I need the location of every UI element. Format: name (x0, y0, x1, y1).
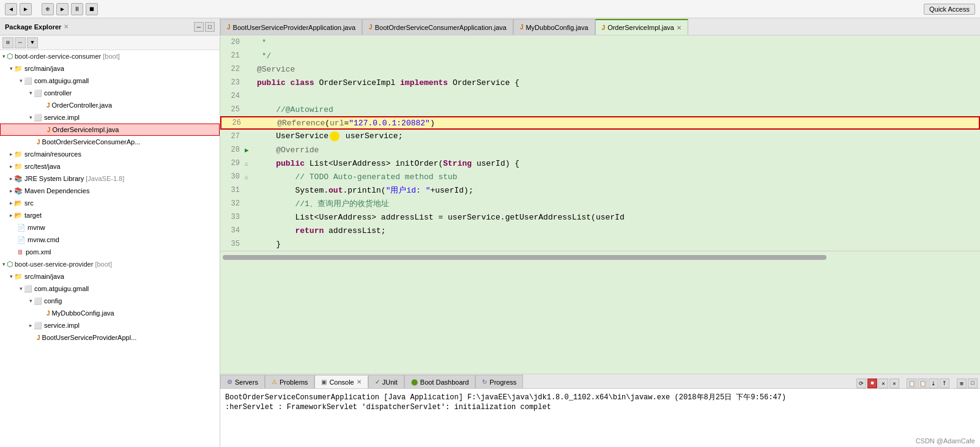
tree-item-label: config (44, 297, 62, 305)
code-line-20: 20 * (220, 35, 980, 49)
toolbar-btn-3[interactable]: ⏸ (71, 3, 83, 15)
line-content: } (254, 240, 980, 249)
tab-my-dubbo-config[interactable]: J MyDubboConfig.java (513, 19, 595, 35)
tab-console[interactable]: ▣ Console ✕ (314, 375, 368, 388)
view-menu-icon[interactable]: ▼ (27, 37, 38, 48)
console-tool-8[interactable]: ⤒ (940, 379, 949, 388)
toolbar-btn-2[interactable]: ▶ (56, 3, 69, 15)
maximize-icon[interactable]: □ (205, 22, 215, 32)
tree-item-mvnw[interactable]: 📄 mvnw (0, 221, 220, 234)
console-close-icon[interactable]: ✕ (357, 379, 362, 385)
tab-label: Boot Dashboard (420, 379, 469, 386)
tree-item-service-impl[interactable]: ▾ ⬜ service.impl (0, 111, 220, 124)
right-panel: J BootUserServiceProviderApplication.jav… (220, 18, 980, 447)
toolbar-btn-1[interactable]: ⊕ (42, 3, 54, 15)
expand-arrow: ▾ (20, 286, 23, 292)
package-icon: ⬜ (34, 89, 42, 97)
tree-item-boot-user-provider[interactable]: ▾ ⬡ boot-user-service-provider [boot] (0, 258, 220, 270)
tab-boot-user-provider-app[interactable]: J BootUserServiceProviderApplication.jav… (220, 19, 362, 35)
java-tab-icon: J (369, 24, 373, 31)
console-content: BootOrderServiceConsumerApplication [Jav… (220, 389, 980, 447)
package-explorer-header: Package Explorer ✕ ─ □ (0, 18, 220, 35)
scroll-area (220, 251, 980, 263)
tree-item-pom[interactable]: 🗎 pom.xml (0, 246, 220, 258)
line-content: @Reference(url="127.0.0.1:20882") (256, 119, 979, 128)
expand-arrow: ▾ (10, 65, 13, 72)
toolbar-fwd[interactable]: ▶ (20, 3, 32, 15)
tree-item-service-impl-provider[interactable]: ▸ ⬜ service.impl (0, 319, 220, 331)
console-tool-5[interactable]: 📋 (907, 379, 916, 388)
tab-servers[interactable]: ⚙ Servers (220, 375, 265, 388)
tab-problems[interactable]: ⚠ Problems (265, 375, 314, 388)
tree-item-my-dubbo-config[interactable]: J MyDubboConfig.java (0, 307, 220, 319)
link-with-editor-icon[interactable]: ↔ (15, 37, 26, 48)
tree-item-order-controller[interactable]: J OrderController.java (0, 99, 220, 111)
tree-item-src-main-java-consumer[interactable]: ▾ 📁 src/main/java (0, 62, 220, 75)
main-layout: Package Explorer ✕ ─ □ ⊟ ↔ ▼ ▾ ⬡ boot-or… (0, 18, 980, 447)
tree-item-src-main-resources[interactable]: ▸ 📁 src/main/resources (0, 148, 220, 160)
console-tool-1[interactable]: ⟳ (856, 379, 866, 388)
tree-item-target[interactable]: ▸ 📂 target (0, 209, 220, 221)
toolbar-btn-4[interactable]: ⏹ (86, 3, 98, 15)
stop-btn[interactable]: ■ (867, 379, 877, 388)
tree-item-boot-user-provider-app[interactable]: J BootUserServiceProviderAppl... (0, 331, 220, 344)
tab-label: BootOrderServiceConsumerApplication.java (375, 24, 507, 31)
console-tool-4[interactable]: ✕ (889, 379, 899, 388)
tree-item-src[interactable]: ▸ 📂 src (0, 197, 220, 209)
line-gutter: ▶ (245, 146, 254, 154)
tree-item-mvnw-cmd[interactable]: 📄 mvnw.cmd (0, 234, 220, 246)
tree-item-label: mvnw (28, 224, 45, 231)
tree-item-src-test-java[interactable]: ▸ 📁 src/test/java (0, 160, 220, 172)
tab-junit[interactable]: ✓ JUnit (368, 375, 404, 388)
quick-access-button[interactable]: Quick Access (924, 4, 975, 15)
tree-item-maven-dependencies[interactable]: ▸ 📚 Maven Dependencies (0, 185, 220, 197)
toolbar-back[interactable]: ◀ (5, 3, 17, 15)
panel-close-icon[interactable]: ✕ (64, 23, 69, 30)
tree-item-com-atguigu-consumer[interactable]: ▾ ⬜ com.atguigu.gmall (0, 75, 220, 87)
console-tool-9[interactable]: ⊞ (957, 379, 967, 388)
console-tool-10[interactable]: □ (968, 379, 978, 388)
tree-item-label: pom.xml (26, 248, 51, 256)
expand-arrow: ▸ (29, 322, 32, 328)
scrollbar[interactable] (223, 255, 826, 260)
tree-item-com-atguigu-provider[interactable]: ▾ ⬜ com.atguigu.gmall (0, 283, 220, 295)
tree-item-order-service-impl[interactable]: J OrderServiceImpl.java (0, 124, 220, 136)
code-editor[interactable]: 20 * 21 */ 22 @Service 23 public class O… (220, 35, 980, 374)
tree-item-src-main-java-provider[interactable]: ▾ 📁 src/main/java (0, 270, 220, 283)
tree-item-jre-library[interactable]: ▸ 📚 JRE System Library [JavaSE-1.8] (0, 172, 220, 185)
minimize-icon[interactable]: ─ (194, 22, 204, 32)
progress-icon: ↻ (482, 379, 487, 385)
tab-order-service-impl[interactable]: J OrderServiceImpl.java ✕ (595, 19, 688, 35)
tree-item-boot-order-app[interactable]: J BootOrderServiceConsumerAp... (0, 136, 220, 148)
package-icon: ⬜ (24, 285, 32, 293)
server-icon: ⚙ (227, 379, 232, 385)
tab-boot-order-consumer-app[interactable]: J BootOrderServiceConsumerApplication.ja… (362, 19, 513, 35)
line-content: //@Autowired (254, 105, 980, 114)
src-folder-icon: 📁 (14, 273, 23, 281)
tree-item-label: src/test/java (24, 163, 61, 170)
code-line-33: 33 List<UserAddress> addressList = userS… (220, 210, 980, 224)
line-content: //1、查询用户的收货地址 (254, 198, 980, 209)
tree-item-config[interactable]: ▾ ⬜ config (0, 295, 220, 307)
tree-item-controller[interactable]: ▾ ⬜ controller (0, 87, 220, 99)
expand-arrow: ▾ (20, 78, 23, 84)
tab-close-icon[interactable]: ✕ (677, 24, 681, 31)
console-tool-7[interactable]: ⤓ (929, 379, 938, 388)
tree-item-label: boot-user-service-provider [boot] (15, 260, 112, 268)
console-text: :herServlet : FrameworkServlet 'dispatch… (225, 403, 551, 412)
line-content: @Service (254, 65, 980, 74)
code-line-32: 32 //1、查询用户的收货地址 (220, 197, 980, 210)
console-tool-3[interactable]: ✕ (878, 379, 888, 388)
line-number: 31 (220, 186, 245, 194)
tab-boot-dashboard[interactable]: ⬤ Boot Dashboard (404, 375, 476, 388)
line-content: UserService userService; (254, 131, 980, 141)
package-icon: ⬜ (34, 297, 42, 305)
collapse-all-icon[interactable]: ⊟ (2, 37, 13, 48)
line-number: 28 (220, 146, 245, 154)
console-tool-6[interactable]: 📋 (918, 379, 927, 388)
panel-header-actions: ─ □ (194, 22, 215, 32)
tab-progress[interactable]: ↻ Progress (475, 375, 523, 388)
tree-item-boot-order-consumer[interactable]: ▾ ⬡ boot-order-service-consumer [boot] (0, 50, 220, 62)
line-number: 34 (220, 226, 245, 235)
expand-arrow: ▸ (10, 163, 13, 169)
